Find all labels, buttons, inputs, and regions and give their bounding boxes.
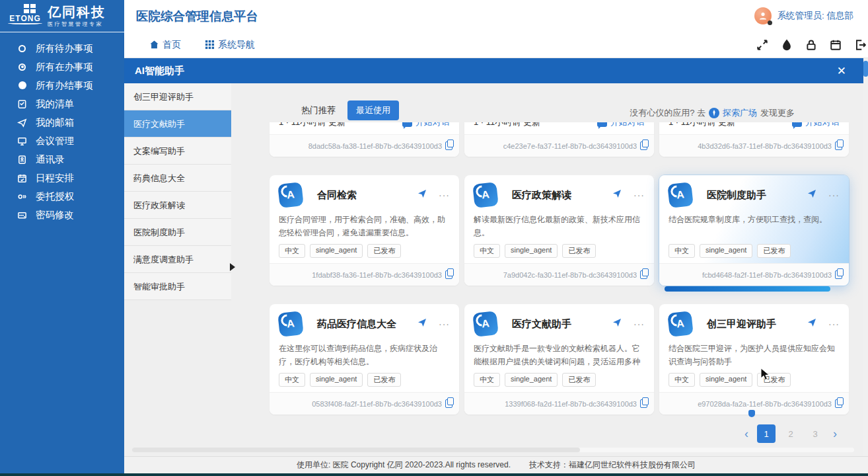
tag: 中文 [669, 244, 695, 258]
start-chat-button[interactable]: ···开始对话 [792, 122, 840, 128]
explore-link[interactable]: 探索广场 [723, 107, 757, 119]
fullscreen-icon[interactable] [756, 38, 769, 52]
copy-icon[interactable] [835, 141, 842, 150]
delegate-icon [17, 192, 27, 202]
app-card-hospital-rules[interactable]: A 医院制度助手 ··· 结合医院规章制度库，方便职工查找，查阅。 中文 sin… [659, 175, 849, 286]
more-menu-icon[interactable]: ··· [828, 190, 840, 200]
send-icon [17, 118, 27, 128]
calendar-icon[interactable] [829, 38, 842, 52]
assistant-menu-item[interactable]: 医疗政策解读 [124, 192, 231, 219]
copy-icon[interactable] [445, 399, 452, 408]
sidebar-item-all-inprogress[interactable]: 所有在办事项 [0, 58, 124, 76]
assistant-menu-item-active[interactable]: 医疗文献助手 [124, 110, 231, 138]
mouse-cursor [760, 368, 771, 382]
more-menu-icon[interactable]: ··· [439, 319, 450, 329]
page-2-button[interactable]: 2 [781, 424, 800, 443]
pin-icon[interactable] [612, 318, 622, 330]
sidebar-item-meeting[interactable]: 会议管理 [0, 132, 124, 150]
app-card-contract-search[interactable]: A 合同检索 ··· 医疗合同管理，用于检索合同，准确、高效，助您轻松管理合同，… [270, 175, 459, 286]
tag: single_agent [310, 373, 363, 387]
sidebar-item-label: 所有办结事项 [36, 79, 93, 92]
sidebar-item-all-done[interactable]: 所有办结事项 [0, 76, 124, 95]
pin-icon[interactable] [612, 189, 622, 201]
close-icon[interactable]: ✕ [837, 65, 846, 77]
card-tags: 中文 single_agent 已发布 [279, 244, 450, 258]
nav-home[interactable]: 首页 [149, 39, 181, 51]
card-meta: 1 · 11小时前 更新 [669, 122, 735, 128]
start-chat-button[interactable]: ···开始对话 [402, 122, 450, 128]
copy-icon[interactable] [640, 399, 647, 408]
tag: single_agent [700, 244, 752, 258]
card-uuid: 7a9d042c-fa30-11ef-8b7b-dc36439100d3 [503, 271, 637, 279]
horizontal-scrollbar[interactable] [132, 448, 854, 452]
card-uuid: 8dadc58a-fa38-11ef-8b7b-dc36439100d3 [308, 142, 442, 150]
tag: single_agent [505, 373, 558, 387]
nav-home-label: 首页 [163, 39, 181, 51]
more-menu-icon[interactable]: ··· [633, 319, 645, 329]
prev-page-icon[interactable]: ‹ [742, 427, 751, 441]
page-1-button[interactable]: 1 [757, 424, 776, 443]
user-box[interactable]: 系统管理员: 信息部 [754, 7, 853, 24]
copy-icon[interactable] [835, 399, 842, 408]
chat-icon: ··· [597, 122, 607, 127]
sidebar-item-contacts[interactable]: 通讯录 [0, 150, 124, 169]
pin-icon[interactable] [417, 189, 427, 201]
app-logo-icon: A [277, 182, 304, 208]
more-menu-icon[interactable]: ··· [828, 319, 840, 329]
card-title: 药品医疗信息大全 [317, 318, 396, 331]
sidebar-item-schedule[interactable]: 日程安排 [0, 169, 124, 187]
hint-suffix: 发现更多 [760, 107, 795, 119]
more-menu-icon[interactable]: ··· [633, 190, 645, 200]
sidebar-item-all-todo[interactable]: 所有待办事项 [0, 39, 124, 58]
nav-system[interactable]: 系统导航 [205, 39, 255, 51]
tag: 已发布 [367, 373, 401, 387]
brand-tagline: 医疗智慧管理专家 [48, 20, 106, 28]
tab-hot[interactable]: 热门推荐 [301, 104, 336, 116]
app-card-partial[interactable]: 1 · 11小时前 更新 ···开始对话 c4e23e7e-fa37-11ef-… [464, 122, 654, 157]
copy-icon[interactable] [445, 141, 452, 150]
pin-icon[interactable] [807, 318, 816, 330]
card-meta: 1 · 11小时前 更新 [474, 122, 540, 128]
collapse-arrow-icon[interactable] [230, 263, 235, 271]
nav-bar: 首页 系统导航 [124, 32, 868, 58]
app-card-drug-info[interactable]: A 药品医疗信息大全 ··· 在这里你可以查询到药品信息，疾病症状及治疗，医疗机… [270, 304, 459, 415]
tab-recent[interactable]: 最近使用 [347, 100, 399, 120]
copy-icon[interactable] [835, 270, 842, 279]
pin-icon[interactable] [417, 318, 427, 330]
app-card-literature-assistant[interactable]: A 医疗文献助手 ··· 医疗文献助手是一款专业的文献检索机器人。它能根据用户提… [464, 304, 654, 415]
app-card-partial[interactable]: 1 · 11小时前 更新 ···开始对话 8dadc58a-fa38-11ef-… [270, 122, 459, 157]
sidebar-menu: 所有待办事项 所有在办事项 所有办结事项 我的清单 我的邮箱 会议管理 通讯录 [0, 39, 124, 224]
copy-icon[interactable] [640, 141, 647, 150]
app-card-accreditation-assistant[interactable]: A 创三甲迎评助手 ··· 结合医院三甲迎评，为医护人员提供应知应会知识查询与问… [659, 304, 849, 415]
droplet-icon[interactable] [780, 38, 793, 52]
sidebar-item-my-list[interactable]: 我的清单 [0, 95, 124, 113]
pin-icon[interactable] [807, 189, 816, 201]
start-chat-button[interactable]: ···开始对话 [597, 122, 645, 128]
app-card-partial[interactable]: 1 · 11小时前 更新 ···开始对话 4b3d32d6-fa37-11ef-… [659, 122, 849, 157]
sidebar-item-password[interactable]: 密码修改 [0, 206, 124, 224]
logout-icon[interactable] [853, 38, 867, 52]
card-title: 合同检索 [317, 189, 357, 202]
assistant-menu-item[interactable]: 创三甲迎评助手 [124, 83, 231, 110]
sidebar-item-my-mail[interactable]: 我的邮箱 [0, 113, 124, 132]
sidebar-item-label: 我的邮箱 [36, 116, 74, 129]
app-card-policy-reader[interactable]: A 医疗政策解读 ··· 解读最新医疗信息化最新的政策、新技术应用信息。 中文 … [464, 175, 654, 286]
copy-icon[interactable] [445, 270, 452, 279]
lock-icon[interactable] [805, 38, 818, 52]
assistant-menu-item[interactable]: 药典信息大全 [124, 165, 231, 192]
ai-panel-body: 创三甲迎评助手 医疗文献助手 文案编写助手 药典信息大全 医疗政策解读 医院制度… [124, 83, 863, 456]
page-3-button[interactable]: 3 [806, 424, 824, 443]
assistant-menu-item[interactable]: 文案编写助手 [124, 138, 231, 165]
more-menu-icon[interactable]: ··· [439, 190, 450, 200]
assistant-menu-item[interactable]: 智能审批助手 [124, 273, 231, 300]
vertical-scrollbar[interactable] [863, 58, 868, 456]
avatar[interactable] [754, 7, 772, 24]
footer: 使用单位: 医院 Copyright 亿同 2020-2023.All righ… [124, 456, 868, 473]
sidebar-item-delegate[interactable]: 委托授权 [0, 187, 124, 206]
sidebar-item-label: 日程安排 [36, 172, 74, 184]
page-title: 医院综合管理信息平台 [136, 8, 258, 24]
next-page-icon[interactable]: › [830, 427, 840, 441]
assistant-menu-item[interactable]: 医院制度助手 [124, 219, 231, 246]
copy-icon[interactable] [640, 270, 647, 279]
assistant-menu-item[interactable]: 满意度调查助手 [124, 246, 231, 273]
